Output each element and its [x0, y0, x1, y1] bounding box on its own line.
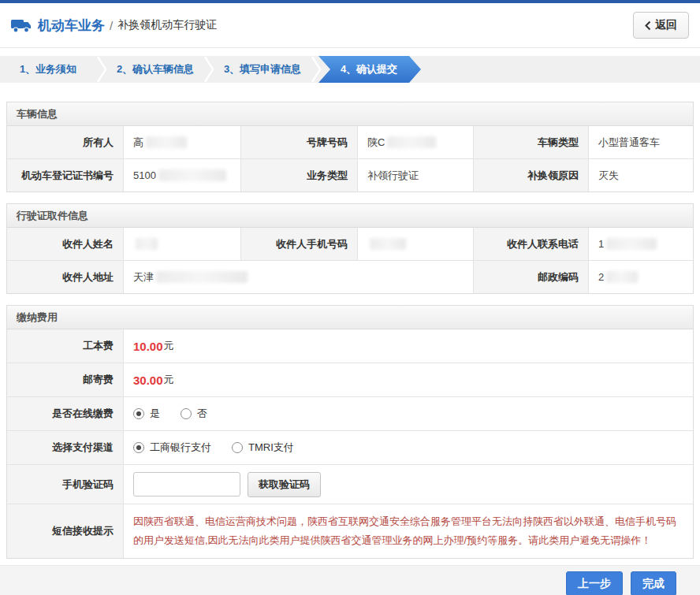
- truck-icon: [11, 17, 32, 33]
- step-progress-bar: 1、业务须知 2、确认车辆信息 3、填写申请信息 4、确认提交: [0, 56, 700, 83]
- online-payment-label: 是否在线缴费: [7, 397, 124, 430]
- online-payment-yes-radio[interactable]: [133, 408, 144, 419]
- breadcrumb-separator: /: [110, 19, 113, 32]
- production-fee-value: 10.00 元: [124, 329, 693, 363]
- step-3-fill-application[interactable]: 3、填写申请信息: [214, 56, 311, 83]
- redacted-value: [146, 136, 187, 148]
- business-type-value: 补领行驶证: [358, 159, 474, 192]
- recipient-phone-label: 收件人联系电话: [474, 228, 589, 260]
- online-payment-yes-label[interactable]: 是: [150, 407, 160, 421]
- production-fee-unit: 元: [164, 339, 174, 353]
- owner-label: 所有人: [7, 126, 124, 158]
- redacted-value: [606, 271, 638, 283]
- sms-code-cell: 获取验证码: [124, 465, 693, 504]
- owner-value: 高: [124, 126, 241, 158]
- replacement-reason-label: 补换领原因: [474, 159, 589, 192]
- step-separator-icon: [96, 56, 107, 83]
- previous-step-button[interactable]: 上一步: [566, 571, 623, 595]
- step-separator-icon: [311, 56, 322, 83]
- payment-title: 缴纳费用: [7, 306, 693, 329]
- registration-cert-number-label: 机动车登记证书编号: [7, 159, 124, 192]
- icbc-pay-label[interactable]: 工商银行支付: [150, 441, 211, 455]
- table-row: 手机验证码 获取验证码: [7, 465, 693, 504]
- vehicle-type-label: 车辆类型: [474, 126, 589, 158]
- postal-code-value: 2: [589, 261, 693, 293]
- pickup-info-section: 行驶证取件信息 收件人姓名 收件人手机号码 收件人联系电话 1 收件人地址 天津…: [6, 203, 694, 294]
- recipient-address-label: 收件人地址: [7, 261, 124, 293]
- table-row: 选择支付渠道 工商银行支付 TMRI支付: [7, 431, 693, 465]
- registration-cert-number-value: 5100: [124, 159, 241, 192]
- postal-code-label: 邮政编码: [474, 261, 589, 293]
- back-button[interactable]: 返回: [633, 12, 689, 39]
- online-payment-no-label[interactable]: 否: [197, 407, 207, 421]
- pickup-info-title: 行驶证取件信息: [7, 204, 693, 228]
- production-fee-label: 工本费: [7, 329, 124, 363]
- redacted-value: [606, 238, 657, 250]
- chevron-left-icon: [645, 20, 651, 31]
- replacement-reason-value: 灭失: [589, 159, 693, 192]
- step-4-confirm-submit[interactable]: 4、确认提交: [318, 56, 421, 83]
- vehicle-info-section: 车辆信息 所有人 高 号牌号码 陕C 车辆类型 小型普通客车 机动车登记证书编号…: [6, 102, 694, 192]
- vehicle-type-value: 小型普通客车: [589, 126, 693, 158]
- redacted-value: [156, 271, 248, 283]
- table-row: 工本费 10.00 元: [7, 329, 693, 363]
- tmri-pay-radio[interactable]: [232, 442, 243, 453]
- postage-fee-amount: 30.00: [133, 374, 163, 387]
- sms-code-input[interactable]: [133, 472, 240, 496]
- postage-fee-unit: 元: [164, 373, 174, 387]
- finish-button[interactable]: 完成: [631, 571, 676, 595]
- recipient-phone-value: 1: [589, 228, 693, 260]
- form-footer: 上一步 完成: [0, 565, 700, 595]
- plate-number-label: 号牌号码: [241, 126, 358, 158]
- table-row: 收件人姓名 收件人手机号码 收件人联系电话 1: [7, 228, 693, 261]
- icbc-pay-radio[interactable]: [133, 442, 144, 453]
- sms-notice-cell: 因陕西省联通、电信运营商技术问题，陕西省互联网交通安全综合服务管理平台无法向持陕…: [124, 504, 693, 558]
- redacted-value: [387, 136, 436, 148]
- production-fee-amount: 10.00: [133, 340, 163, 353]
- redacted-value: [136, 238, 158, 250]
- page-title: 机动车业务: [38, 17, 105, 35]
- payment-channel-label: 选择支付渠道: [7, 431, 124, 464]
- business-type-label: 业务类型: [241, 159, 358, 192]
- get-sms-code-button[interactable]: 获取验证码: [248, 472, 321, 497]
- payment-section: 缴纳费用 工本费 10.00 元 邮寄费 30.00 元 是否在线缴费 是 否 …: [6, 305, 694, 559]
- sms-notice-label: 短信接收提示: [7, 504, 124, 558]
- table-row: 收件人地址 天津 邮政编码 2: [7, 261, 693, 293]
- page-header: 机动车业务 / 补换领机动车行驶证 返回: [0, 3, 700, 48]
- recipient-address-value: 天津: [124, 261, 474, 293]
- recipient-name-value: [124, 228, 241, 260]
- recipient-mobile-label: 收件人手机号码: [241, 228, 358, 260]
- step-2-confirm-vehicle[interactable]: 2、确认车辆信息: [107, 56, 203, 83]
- online-payment-no-radio[interactable]: [181, 408, 192, 419]
- sms-code-label: 手机验证码: [7, 465, 124, 504]
- postage-fee-value: 30.00 元: [124, 363, 693, 396]
- sms-notice-text: 因陕西省联通、电信运营商技术问题，陕西省互联网交通安全综合服务管理平台无法向持陕…: [133, 512, 682, 550]
- table-row: 邮寄费 30.00 元: [7, 363, 693, 397]
- table-row: 机动车登记证书编号 5100 业务类型 补领行驶证 补换领原因 灭失: [7, 159, 693, 192]
- online-payment-options: 是 否: [124, 397, 693, 430]
- postage-fee-label: 邮寄费: [7, 363, 124, 396]
- breadcrumb-current: 补换领机动车行驶证: [117, 18, 217, 32]
- step-1-notice[interactable]: 1、业务须知: [0, 56, 96, 83]
- table-row: 所有人 高 号牌号码 陕C 车辆类型 小型普通客车: [7, 126, 693, 159]
- table-row: 短信接收提示 因陕西省联通、电信运营商技术问题，陕西省互联网交通安全综合服务管理…: [7, 504, 693, 558]
- recipient-mobile-value: [358, 228, 474, 260]
- payment-channel-options: 工商银行支付 TMRI支付: [124, 431, 693, 464]
- step-separator-icon: [203, 56, 214, 83]
- table-row: 是否在线缴费 是 否: [7, 397, 693, 431]
- recipient-name-label: 收件人姓名: [7, 228, 124, 260]
- plate-number-value: 陕C: [358, 126, 474, 158]
- vehicle-info-title: 车辆信息: [7, 102, 693, 126]
- redacted-value: [370, 238, 406, 250]
- redacted-value: [158, 169, 226, 181]
- back-button-label: 返回: [655, 18, 677, 32]
- tmri-pay-label[interactable]: TMRI支付: [248, 441, 294, 455]
